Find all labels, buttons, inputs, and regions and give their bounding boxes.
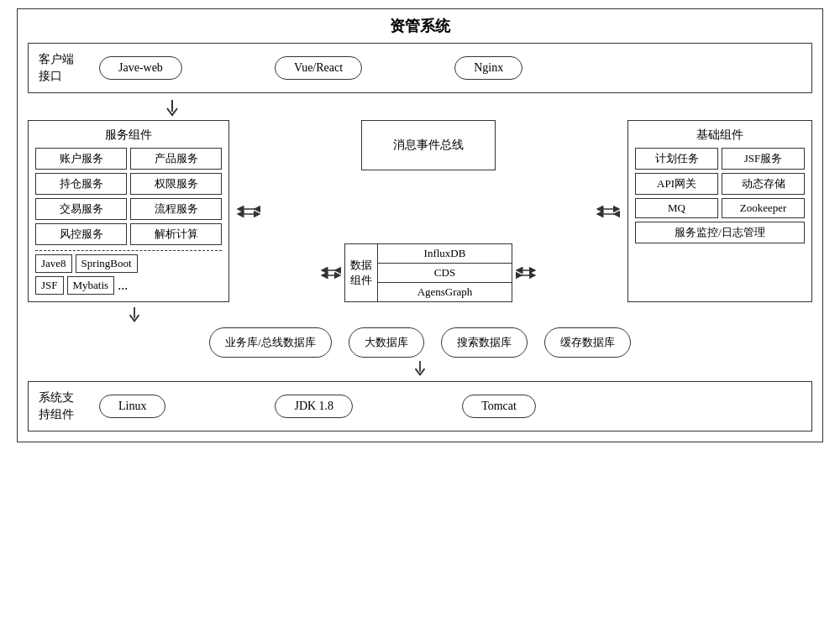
pill-linux: Linux <box>99 395 165 418</box>
tech-jave8: Jave8 <box>35 254 72 273</box>
main-diagram: 资管系统 客户端 接口 Jave-web Vue/React Nginx 服务组… <box>17 8 823 442</box>
system-row: 系统支 持组件 Linux JDK 1.8 Tomcat <box>28 381 812 431</box>
tech-jsf: JSF <box>35 276 64 295</box>
basic-box: 基础组件 计划任务 JSF服务 API网关 动态存储 MQ Zookeeper … <box>627 120 812 302</box>
service-item-1: 产品服务 <box>130 148 222 170</box>
middle-row: 服务组件 账户服务 产品服务 持仓服务 权限服务 交易服务 流程服务 风控服务 … <box>28 120 812 302</box>
pill-jave-web: Jave-web <box>99 56 182 80</box>
pill-tomcat: Tomcat <box>462 395 536 418</box>
basic-mq: MQ <box>635 198 718 218</box>
arrow-msgbus-basic <box>596 120 621 302</box>
basic-api: API网关 <box>635 173 718 195</box>
arrow-service-msgbus <box>236 120 261 302</box>
service-item-5: 流程服务 <box>130 198 222 220</box>
message-bus-box: 消息事件总线 <box>361 120 496 170</box>
tech-springboot: SpringBoot <box>76 254 138 273</box>
service-item-7: 解析计算 <box>130 223 222 245</box>
pill-jdk: JDK 1.8 <box>275 395 353 418</box>
pill-vue-react: Vue/React <box>275 56 362 80</box>
service-item-2: 持仓服务 <box>35 173 127 195</box>
data-influxdb: InfluxDB <box>378 244 512 264</box>
tech-row-2: JSF Mybatis ... <box>35 276 222 295</box>
service-box-title: 服务组件 <box>35 128 222 143</box>
service-grid: 账户服务 产品服务 持仓服务 权限服务 交易服务 流程服务 风控服务 解析计算 <box>35 148 222 245</box>
service-item-3: 权限服务 <box>130 173 222 195</box>
basic-grid-1: 计划任务 JSF服务 API网关 动态存储 MQ Zookeeper 服务监控/… <box>635 148 805 243</box>
db-cache: 缓存数据库 <box>544 327 631 358</box>
arrow-middle-to-db <box>28 307 812 324</box>
service-item-4: 交易服务 <box>35 198 127 220</box>
basic-jihua: 计划任务 <box>635 148 718 170</box>
basic-jsf: JSF服务 <box>722 148 805 170</box>
pill-nginx: Nginx <box>454 56 522 80</box>
service-item-0: 账户服务 <box>35 148 127 170</box>
main-title: 资管系统 <box>28 16 812 36</box>
data-cds: CDS <box>378 264 512 283</box>
tech-row-1: Jave8 SpringBoot <box>35 254 222 273</box>
client-row: 客户端 接口 Jave-web Vue/React Nginx <box>28 43 812 93</box>
db-bigdata: 大数据库 <box>349 327 424 358</box>
db-business: 业务库/总线数据库 <box>209 327 332 358</box>
service-item-6: 风控服务 <box>35 223 127 245</box>
center-col: 消息事件总线 数据 组件 <box>268 120 589 302</box>
client-label: 客户端 接口 <box>39 51 74 84</box>
dashed-divider <box>35 250 222 251</box>
data-label: 数据 组件 <box>345 244 378 301</box>
data-items: InfluxDB CDS AgensGraph <box>378 244 512 301</box>
data-with-arrows: 数据 组件 InfluxDB CDS AgensGraph <box>321 243 536 302</box>
service-box: 服务组件 账户服务 产品服务 持仓服务 权限服务 交易服务 流程服务 风控服务 … <box>28 120 229 302</box>
data-agensgraph: AgensGraph <box>378 283 512 301</box>
basic-box-title: 基础组件 <box>635 128 805 143</box>
basic-monitor: 服务监控/日志管理 <box>635 222 805 243</box>
data-component: 数据 组件 InfluxDB CDS AgensGraph <box>344 243 512 302</box>
basic-zookeeper: Zookeeper <box>722 198 805 218</box>
db-row: 业务库/总线数据库 大数据库 搜索数据库 缓存数据库 <box>28 327 812 358</box>
arrow-to-data <box>321 264 341 281</box>
arrow-client-to-service <box>0 100 812 118</box>
system-label: 系统支 持组件 <box>39 390 74 422</box>
arrow-data-to-basic <box>516 264 536 281</box>
basic-dynamic: 动态存储 <box>722 173 805 195</box>
arrow-db-to-system <box>28 361 812 378</box>
tech-dots: ... <box>118 278 128 293</box>
tech-mybatis: Mybatis <box>67 276 115 295</box>
db-search: 搜索数据库 <box>441 327 528 358</box>
